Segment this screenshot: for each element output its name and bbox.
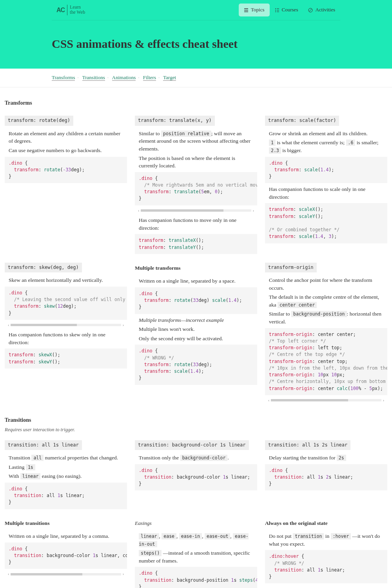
svg-point-0 bbox=[275, 8, 276, 9]
card-desc: linear, ease, ease-in, ease-out, ease-in… bbox=[139, 532, 253, 548]
nav-label: Topics bbox=[251, 6, 264, 14]
card-skew: transform: skew(deg, deg) Skew an elemen… bbox=[5, 263, 127, 371]
code-block: transform: translateX(); transform: tran… bbox=[135, 234, 257, 254]
nav-topics[interactable]: Topics bbox=[239, 4, 269, 16]
card-title: transform: translate(x, y) bbox=[135, 116, 215, 125]
toc: Transforms· Transitions· Animations· Fil… bbox=[0, 69, 392, 87]
logo-text: Learn the Web bbox=[67, 5, 85, 15]
toc-transitions[interactable]: Transitions bbox=[82, 74, 105, 81]
code-block[interactable]: .dino { /* Move rightwards 5em and no ve… bbox=[135, 172, 257, 205]
card-desc: Written on a single line, separated by a… bbox=[139, 277, 253, 285]
card-desc: Delay starting the transition for 2s bbox=[269, 454, 383, 462]
code-block: .dino { transform: rotate(-33deg); } bbox=[5, 157, 127, 183]
code-block: transform: skewX(); transform: skewY(); bbox=[5, 348, 127, 368]
scroll-indicator[interactable]: ‹› bbox=[135, 208, 257, 215]
section-transitions-sub: Requires user interaction to trigger. bbox=[5, 426, 387, 433]
card-title: Easings bbox=[135, 518, 155, 529]
code-block: .dino { /* WRONG */ transform: rotate(33… bbox=[135, 345, 257, 385]
nav-label: Activities bbox=[315, 6, 335, 14]
nav-activities[interactable]: Activities bbox=[303, 4, 340, 16]
transitions-grid: transition: all 1s linear Transition all… bbox=[5, 440, 387, 588]
card-desc: Control the anchor point for where the t… bbox=[269, 276, 383, 292]
top-nav: AC Learn the Web Topics Courses Activit bbox=[52, 0, 340, 20]
page-title: CSS animations & effects cheat sheet bbox=[52, 20, 340, 69]
code-block[interactable]: .dino { transition: background-color 1s … bbox=[5, 543, 127, 569]
card-title: Always on the original state bbox=[265, 518, 331, 529]
card-desc: Only the second entry will be activated. bbox=[139, 335, 253, 343]
card-title: transition: all 1s 2s linear bbox=[265, 440, 350, 450]
card-desc: Written on a single line, separated by a… bbox=[9, 532, 123, 540]
card-title: transition: background-color 1s linear bbox=[135, 440, 249, 450]
code-block: .dino { transition: all 1s linear; } bbox=[5, 483, 127, 509]
card-desc: Grow or shrink an element and all its ch… bbox=[269, 130, 383, 138]
toc-transforms[interactable]: Transforms bbox=[52, 74, 75, 81]
card-desc: Do not put transition in :hover —it won'… bbox=[269, 532, 383, 548]
menu-icon bbox=[244, 7, 249, 12]
card-desc: Transition all numerical properties that… bbox=[9, 454, 123, 462]
toc-target[interactable]: Target bbox=[163, 74, 176, 81]
circle-slash-icon bbox=[308, 7, 313, 12]
card-desc: Skew an element horizontally and vertica… bbox=[9, 276, 123, 284]
card-rotate: transform: rotate(deg) Rotate an element… bbox=[5, 116, 127, 185]
card-title: transform: skew(deg, deg) bbox=[5, 263, 82, 272]
card-desc: Has companion functions to skew only in … bbox=[9, 331, 123, 346]
logo-mark: AC bbox=[56, 7, 65, 14]
hero: AC Learn the Web Topics Courses Activit bbox=[0, 0, 392, 69]
code-block[interactable]: .dino { /* Leaving the second value off … bbox=[5, 287, 127, 320]
section-transitions-heading: Transitions bbox=[5, 405, 387, 426]
card-desc: Has companion functions to move only in … bbox=[139, 216, 253, 232]
card-desc: Lasting 1s bbox=[9, 463, 123, 471]
card-title: transform-origin bbox=[265, 263, 317, 272]
card-title: Multiple transitions bbox=[5, 518, 53, 529]
code-block: .dino { transition: all 1s 2s linear; } bbox=[265, 464, 387, 491]
card-original-state: Always on the original state Do not put … bbox=[265, 518, 387, 586]
code-block: .dino { transform: scale(1.4); } bbox=[265, 157, 387, 183]
card-desc: Has companion functions to scale only in… bbox=[269, 185, 383, 201]
section-transforms-heading: Transforms bbox=[5, 87, 387, 109]
toc-animations[interactable]: Animations bbox=[112, 74, 136, 81]
scroll-indicator[interactable]: ‹› bbox=[5, 322, 127, 330]
card-scale: transform: scale(factor) Grow or shrink … bbox=[265, 116, 387, 245]
card-desc: Transition only the background-color. bbox=[139, 454, 253, 462]
card-desc: Multiple lines won't work. bbox=[139, 325, 253, 333]
card-multiple-transforms: Multiple transforms Written on a single … bbox=[135, 263, 257, 387]
card-desc: Similar to background-position: horizont… bbox=[269, 310, 383, 325]
card-note: Multiple transforms—incorrect example bbox=[139, 316, 253, 324]
card-title: transform: rotate(deg) bbox=[5, 116, 73, 125]
card-title: transform: scale(factor) bbox=[265, 116, 339, 125]
card-multiple-transitions: Multiple transitions Written on a single… bbox=[5, 518, 127, 579]
card-transition-bg: transition: background-color 1s linear T… bbox=[135, 440, 257, 493]
toc-filters[interactable]: Filters bbox=[143, 74, 156, 81]
nav-courses[interactable]: Courses bbox=[270, 4, 303, 16]
card-desc: Rotate an element and any children a cer… bbox=[9, 130, 123, 145]
code-block: .dino { transform: rotate(33deg) scale(1… bbox=[135, 287, 257, 314]
code-block: .dino { transition: background-color 1s … bbox=[135, 464, 257, 491]
code-block: transform: scaleX(); transform: scaleY()… bbox=[265, 203, 387, 243]
logo[interactable]: AC Learn the Web bbox=[56, 5, 85, 15]
nav-label: Courses bbox=[282, 6, 298, 14]
card-transition-all: transition: all 1s linear Transition all… bbox=[5, 440, 127, 512]
card-title: Multiple transforms bbox=[135, 263, 184, 274]
scroll-indicator[interactable]: ‹› bbox=[265, 397, 387, 405]
card-transform-origin: transform-origin Control the anchor poin… bbox=[265, 263, 387, 405]
scroll-indicator[interactable]: ‹› bbox=[5, 571, 127, 579]
card-title: transition: all 1s linear bbox=[5, 440, 82, 450]
code-block: .dino:hover { /* WRONG */ transition: al… bbox=[265, 550, 387, 583]
list-icon bbox=[275, 7, 279, 12]
card-translate: transform: translate(x, y) Similar to po… bbox=[135, 116, 257, 256]
card-desc: With linear easing (no easing). bbox=[9, 472, 123, 480]
svg-point-2 bbox=[275, 11, 276, 12]
card-desc: The position is based on where the eleme… bbox=[139, 154, 253, 170]
card-easings: Easings linear, ease, ease-in, ease-out,… bbox=[135, 518, 257, 588]
card-desc: Similar to position relative; will move … bbox=[139, 130, 253, 153]
card-desc: The default is in the complete centre of… bbox=[269, 293, 383, 309]
card-desc: 1 is what the element currently is; .6 i… bbox=[269, 139, 383, 154]
svg-point-1 bbox=[275, 10, 276, 11]
card-desc: steps() —instead of a smooth transition,… bbox=[139, 549, 253, 564]
card-transition-delay: transition: all 1s 2s linear Delay start… bbox=[265, 440, 387, 493]
code-block[interactable]: .dino { transition: background-position … bbox=[135, 567, 257, 588]
transforms-grid: transform: rotate(deg) Rotate an element… bbox=[5, 116, 387, 405]
card-desc: Can use negative numbers to go backwards… bbox=[9, 147, 123, 154]
code-block[interactable]: transform-origin: center center; /* Top … bbox=[265, 328, 387, 395]
